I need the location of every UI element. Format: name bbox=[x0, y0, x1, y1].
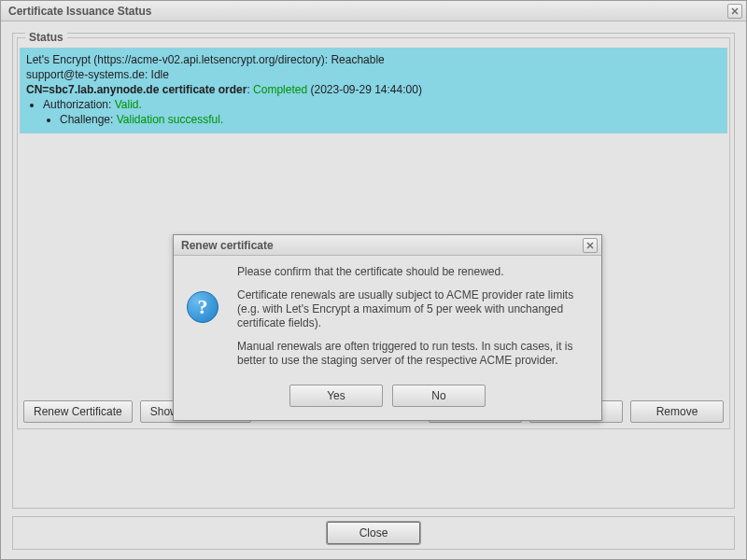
dialog-button-row: Yes No bbox=[174, 381, 601, 416]
dialog-body: ? Please confirm that the certificate sh… bbox=[174, 256, 601, 381]
dialog-icon-wrap: ? bbox=[187, 265, 224, 377]
window-close-button[interactable] bbox=[727, 4, 742, 19]
acme-state: Reachable bbox=[331, 53, 384, 66]
dialog-titlebar: Renew certificate bbox=[174, 235, 601, 256]
main-window: Certificate Issuance Status Status Let's… bbox=[0, 0, 747, 560]
close-icon bbox=[731, 7, 739, 15]
support-line: support@te-systems.de: Idle bbox=[26, 67, 721, 82]
no-button[interactable]: No bbox=[392, 385, 486, 407]
dialog-p1: Please confirm that the certificate shou… bbox=[237, 265, 588, 279]
status-body: Let's Encrypt (https://acme-v02.api.lets… bbox=[20, 48, 727, 133]
auth-label: Authorization: bbox=[43, 98, 115, 111]
dialog-text: Please confirm that the certificate shou… bbox=[237, 265, 588, 377]
acme-prefix: Let's Encrypt (https://acme-v02.api.lets… bbox=[26, 53, 331, 66]
close-button[interactable]: Close bbox=[327, 522, 420, 544]
status-legend: Status bbox=[25, 31, 67, 44]
dialog-p2: Certificate renewals are usually subject… bbox=[237, 288, 588, 330]
remove-button[interactable]: Remove bbox=[630, 400, 724, 423]
challenge-line: Challenge: Validation successful. bbox=[60, 112, 721, 127]
order-time: (2023-09-29 14:44:00) bbox=[307, 83, 422, 96]
dialog-title: Renew certificate bbox=[181, 239, 583, 252]
auth-state: Valid. bbox=[115, 98, 142, 111]
question-icon: ? bbox=[187, 291, 218, 323]
challenge-state: Validation successful. bbox=[117, 113, 224, 126]
yes-button[interactable]: Yes bbox=[289, 385, 383, 407]
dialog-close-button[interactable] bbox=[583, 238, 598, 253]
challenge-label: Challenge: bbox=[60, 113, 117, 126]
renew-certificate-button[interactable]: Renew Certificate bbox=[23, 400, 133, 423]
acme-line: Let's Encrypt (https://acme-v02.api.lets… bbox=[26, 52, 721, 67]
dialog-p3: Manual renewals are often triggered to r… bbox=[237, 340, 588, 368]
close-icon bbox=[586, 242, 594, 249]
window-title: Certificate Issuance Status bbox=[8, 5, 727, 18]
order-prefix: CN=sbc7.lab.anynode.de certificate order bbox=[26, 83, 247, 96]
main-titlebar: Certificate Issuance Status bbox=[1, 1, 746, 21]
auth-line: Authorization: Valid. Challenge: Validat… bbox=[43, 97, 721, 127]
order-state: Completed bbox=[253, 83, 307, 96]
renew-dialog: Renew certificate ? Please confirm that … bbox=[173, 234, 602, 421]
order-line: CN=sbc7.lab.anynode.de certificate order… bbox=[26, 82, 721, 97]
bottom-panel: Close bbox=[12, 516, 735, 550]
